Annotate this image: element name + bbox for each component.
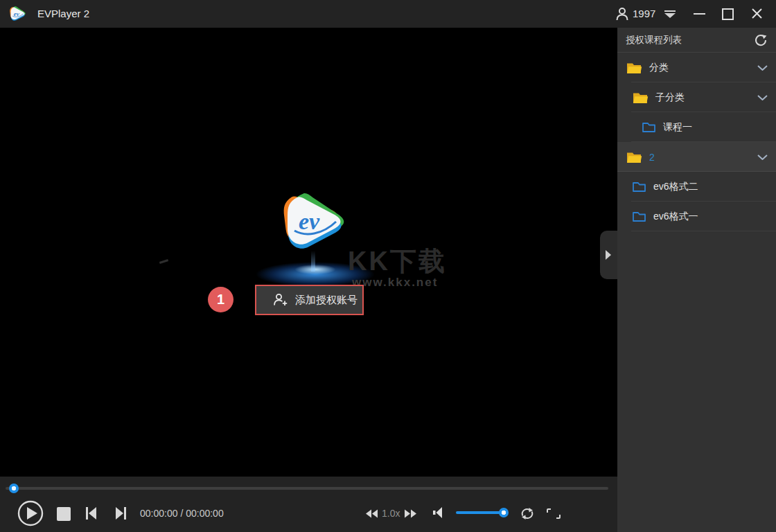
refresh-icon[interactable] (754, 33, 768, 47)
app-window: ev EVPlayer 2 1997 ev KK下载 (0, 0, 776, 532)
progress-bar[interactable] (6, 487, 608, 490)
tree-item-course-one[interactable]: 课程一 (617, 112, 776, 142)
titlebar: ev EVPlayer 2 1997 (0, 0, 776, 28)
tree-item-category[interactable]: 分类 (617, 53, 776, 82)
volume-icon[interactable] (432, 506, 443, 519)
add-account-label: 添加授权账号 (295, 294, 358, 307)
user-icon[interactable] (616, 7, 628, 21)
watermark-logo: KK下载 (348, 244, 447, 279)
progress-handle[interactable] (9, 484, 19, 493)
folder-yellow-icon (626, 150, 642, 164)
chevron-down-icon[interactable] (757, 95, 768, 100)
course-sidebar: 授权课程列表 分类 子分类 (617, 28, 776, 532)
minimize-button[interactable] (694, 13, 705, 15)
video-area: ev KK下载 www.kkx.net 1 添加授权账号 (0, 28, 617, 477)
folder-yellow-icon (626, 61, 642, 75)
close-button[interactable] (752, 8, 762, 19)
play-button[interactable] (17, 500, 44, 526)
watermark-url: www.kkx.net (352, 276, 438, 290)
volume-handle[interactable] (499, 508, 509, 517)
folder-blue-icon (632, 211, 646, 222)
folder-yellow-icon (632, 91, 649, 105)
tree-item-ev6-format-1[interactable]: ev6格式一 (617, 202, 776, 231)
ev-logo: ev (281, 190, 350, 254)
speed-up-icon[interactable] (404, 509, 416, 518)
video-artifact (159, 259, 168, 264)
speed-label: 1.0x (382, 508, 400, 519)
app-logo-icon: ev (9, 5, 27, 23)
add-account-button[interactable]: 添加授权账号 (255, 285, 364, 315)
svg-text:ev: ev (299, 209, 320, 234)
account-dropdown-icon[interactable] (664, 10, 676, 18)
tree-item-subcategory[interactable]: 子分类 (617, 82, 776, 112)
next-button[interactable] (115, 506, 127, 520)
sidebar-header: 授权课程列表 (617, 28, 776, 53)
speed-down-icon[interactable] (366, 509, 378, 518)
person-add-icon (273, 292, 288, 308)
chevron-down-icon[interactable] (757, 65, 768, 71)
app-title: EVPlayer 2 (37, 0, 89, 28)
maximize-button[interactable] (722, 8, 734, 20)
fullscreen-button[interactable] (546, 508, 561, 520)
tree-item-ev6-format-2[interactable]: ev6格式二 (617, 172, 776, 202)
collapse-arrow-icon (606, 250, 611, 260)
sidebar-collapse-tab[interactable] (600, 231, 617, 279)
stop-button[interactable] (57, 507, 71, 521)
time-display: 00:00:00 / 00:00:00 (140, 508, 224, 519)
previous-button[interactable] (85, 506, 97, 520)
logo-glow-core (290, 263, 341, 276)
tree-item-2[interactable]: 2 (617, 142, 776, 172)
account-name[interactable]: 1997 (633, 0, 655, 28)
sidebar-title: 授权课程列表 (626, 28, 682, 53)
playback-controls: 00:00:00 / 00:00:00 1.0x (0, 477, 617, 532)
chevron-down-icon[interactable] (757, 154, 768, 160)
loop-button[interactable] (520, 507, 535, 520)
folder-blue-icon (642, 121, 656, 133)
annotation-badge: 1 (208, 287, 233, 312)
folder-blue-icon (632, 181, 646, 193)
svg-text:ev: ev (14, 10, 19, 17)
